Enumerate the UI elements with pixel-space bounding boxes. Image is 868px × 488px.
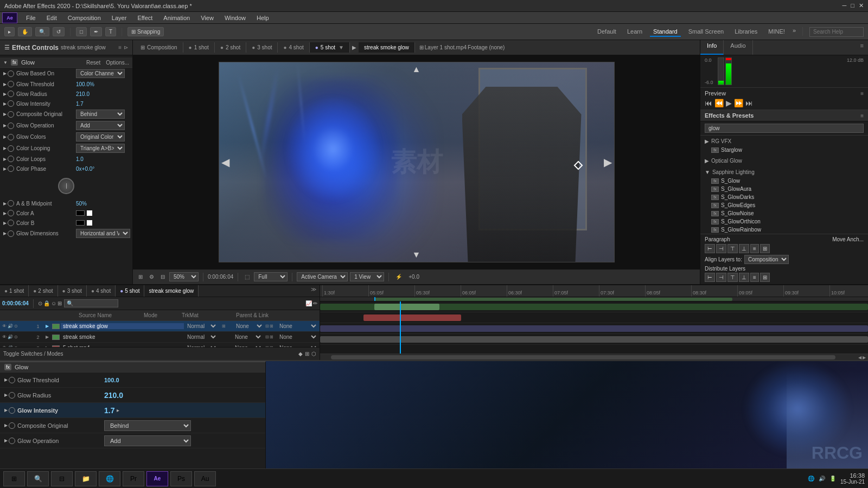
motion-sketch-btn[interactable]: ✏ bbox=[313, 300, 317, 306]
select-glow-based-on[interactable]: Color Channels bbox=[76, 69, 125, 78]
layer-2-name[interactable]: streak smoke bbox=[61, 334, 184, 340]
menu-view[interactable]: View bbox=[199, 14, 216, 22]
effect-s-glowedges[interactable]: fx S_GlowEdges bbox=[700, 201, 868, 209]
task-view-btn[interactable]: ⊟ bbox=[51, 471, 73, 486]
menu-file[interactable]: File bbox=[24, 14, 38, 22]
zoom-select[interactable]: 50% 100% 25% bbox=[169, 272, 199, 281]
effect-s-glownoise[interactable]: fx S_GlowNoise bbox=[700, 209, 868, 217]
color-phase-dial[interactable] bbox=[58, 178, 74, 194]
photoshop-btn[interactable]: Ps bbox=[170, 471, 192, 486]
toolbar-hand[interactable]: ✋ bbox=[18, 27, 32, 36]
select-looping[interactable]: Triangle A>B>A bbox=[76, 144, 125, 153]
timeline-tab-2shot[interactable]: ● 2 shot bbox=[29, 285, 58, 297]
work-area-start[interactable] bbox=[374, 297, 375, 301]
sapphire-lighting-header[interactable]: ▼ Sapphire Lighting bbox=[700, 168, 868, 177]
layer-1-switch2[interactable]: ⊞ bbox=[270, 324, 273, 329]
add-keyframe-btn[interactable]: ◆ bbox=[298, 351, 303, 357]
panel-expand-btn[interactable]: ⊳ bbox=[124, 44, 128, 50]
stopwatch-threshold[interactable] bbox=[8, 81, 14, 87]
tab-audio[interactable]: Audio bbox=[724, 40, 752, 55]
next-comp-btn[interactable]: ▼ bbox=[412, 250, 421, 260]
tab-2shot[interactable]: ● 2 shot bbox=[215, 42, 246, 53]
select-operation[interactable]: Add bbox=[76, 121, 125, 130]
timeline-scroll-thumb[interactable] bbox=[331, 355, 835, 359]
effect-s-glowdarks[interactable]: fx S_GlowDarks bbox=[700, 193, 868, 201]
prev-frame-btn[interactable]: ◀ bbox=[221, 156, 229, 169]
dist-middle-btn[interactable]: ≡ bbox=[750, 273, 759, 282]
effects-search-input[interactable] bbox=[705, 124, 864, 133]
effect-s-glowaura[interactable]: fx S_GlowAura bbox=[700, 185, 868, 193]
shy-btn[interactable]: ☺ bbox=[51, 300, 56, 306]
layer-1-expand[interactable]: ▶ bbox=[46, 324, 49, 329]
layer-2-mode-select[interactable]: Normal bbox=[185, 333, 218, 341]
motion-sketch-btn2[interactable]: ⊞ bbox=[305, 351, 309, 357]
value-color-loops[interactable]: 1.0 bbox=[76, 156, 84, 162]
timeline-scroll-right[interactable]: ▶ bbox=[863, 355, 866, 360]
timeline-overflow-btn[interactable]: ≫ bbox=[308, 285, 320, 297]
motion-path-btn[interactable]: ⬡ bbox=[311, 351, 316, 357]
layer-1-visibility[interactable]: 👁 bbox=[2, 324, 7, 329]
bep-stopwatch-operation[interactable] bbox=[9, 438, 15, 444]
timeline-bar-3[interactable] bbox=[320, 325, 868, 332]
next-frame-btn[interactable]: ▶ bbox=[604, 156, 612, 169]
workspace-default[interactable]: Default bbox=[594, 27, 620, 37]
menu-composition[interactable]: Composition bbox=[66, 14, 103, 22]
minimize-btn[interactable]: ─ bbox=[843, 2, 847, 9]
layer-1-switch1[interactable]: ⊟ bbox=[265, 324, 269, 329]
region-of-interest-btn[interactable]: ⬚ bbox=[242, 273, 252, 281]
collapse-btn[interactable]: ⊞ bbox=[58, 300, 62, 306]
timeline-bar-4[interactable] bbox=[320, 336, 868, 343]
reset-btn[interactable]: Reset bbox=[86, 60, 100, 66]
toolbar-rect[interactable]: □ bbox=[76, 27, 87, 36]
workspace-learn[interactable]: Learn bbox=[624, 27, 646, 37]
tab-info[interactable]: Info bbox=[700, 40, 724, 55]
start-btn[interactable]: ⊞ bbox=[3, 471, 25, 486]
current-time-display[interactable]: 0:00:06:04 bbox=[2, 300, 29, 306]
bep-stopwatch-intensity[interactable] bbox=[9, 407, 15, 414]
optical-glow-header[interactable]: ▶ Optical Glow bbox=[700, 156, 868, 165]
layer-search-input[interactable] bbox=[64, 299, 118, 307]
effect-starglow[interactable]: fx Starglow bbox=[700, 146, 868, 154]
tab-4shot[interactable]: ● 4 shot bbox=[278, 42, 309, 53]
value-glow-intensity[interactable]: 1.7 bbox=[76, 101, 84, 107]
layer-2-trkmat-select[interactable]: None bbox=[233, 333, 263, 341]
toolbar-rotate[interactable]: ↺ bbox=[53, 27, 65, 36]
stopwatch-composite[interactable] bbox=[8, 111, 14, 118]
close-btn[interactable]: ✕ bbox=[859, 2, 864, 9]
dist-top-btn[interactable]: ⊥ bbox=[739, 273, 749, 282]
work-area-range[interactable] bbox=[374, 298, 732, 301]
toolbar-pen[interactable]: ✒ bbox=[90, 27, 102, 36]
tab-streak-smoke-glow[interactable]: streak smoke glow bbox=[359, 42, 415, 53]
stopwatch-looping[interactable] bbox=[8, 145, 14, 152]
tab-5shot[interactable]: ● 5 shot ▼ bbox=[310, 42, 350, 53]
solo-btn[interactable]: ⊙ bbox=[38, 300, 42, 306]
stopwatch-colors[interactable] bbox=[8, 134, 14, 140]
select-composite[interactable]: Behind bbox=[76, 110, 125, 119]
lock-btn[interactable]: 🔒 bbox=[43, 300, 50, 306]
timeline-tab-4shot[interactable]: ● 4 shot bbox=[87, 285, 116, 297]
effect-s-glow[interactable]: fx S_Glow bbox=[700, 177, 868, 185]
layer-row-3[interactable]: 👁 🔊 ⊙ 3 ▶ 5 shot.mp4 Normal bbox=[0, 343, 320, 347]
layer-row-1[interactable]: 👁 🔊 ⊙ 1 ▶ streak smoke glow Normal bbox=[0, 321, 320, 332]
bep-composite-select[interactable]: Behind bbox=[104, 420, 191, 431]
preview-panel-menu[interactable]: ≡ bbox=[860, 91, 864, 97]
timeline-scroll-left[interactable]: ◀ bbox=[858, 355, 861, 360]
right-panel-menu[interactable]: ≡ bbox=[856, 40, 868, 55]
audition-btn[interactable]: Au bbox=[194, 471, 216, 486]
premiere-btn[interactable]: Pr bbox=[123, 471, 144, 486]
align-left-btn[interactable]: ⊢ bbox=[705, 244, 715, 253]
stopwatch-color-b[interactable] bbox=[8, 220, 14, 226]
workspace-libraries[interactable]: Libraries bbox=[731, 27, 761, 37]
view-select[interactable]: 1 View 2 Views 4 Views bbox=[350, 272, 384, 281]
rg-vfx-header[interactable]: ▶ RG VFX bbox=[700, 137, 868, 146]
always-preview-btn[interactable]: ⊞ bbox=[136, 273, 145, 281]
prev-frame-btn2[interactable]: ⏪ bbox=[714, 99, 724, 107]
align-target-select[interactable]: Composition bbox=[744, 255, 789, 264]
bep-operation-select[interactable]: Add bbox=[104, 435, 191, 446]
layer-row-2[interactable]: 👁 🔊 ⊙ 2 ▶ streak smoke Normal bbox=[0, 332, 320, 343]
value-color-phase[interactable]: 0x+0.0° bbox=[76, 166, 94, 172]
menu-effect[interactable]: Effect bbox=[135, 14, 155, 22]
fast-previews-btn[interactable]: ⚡ bbox=[393, 273, 404, 281]
tab-3shot[interactable]: ● 3 shot bbox=[246, 42, 278, 53]
glow-expand[interactable]: ▼ bbox=[3, 60, 8, 65]
